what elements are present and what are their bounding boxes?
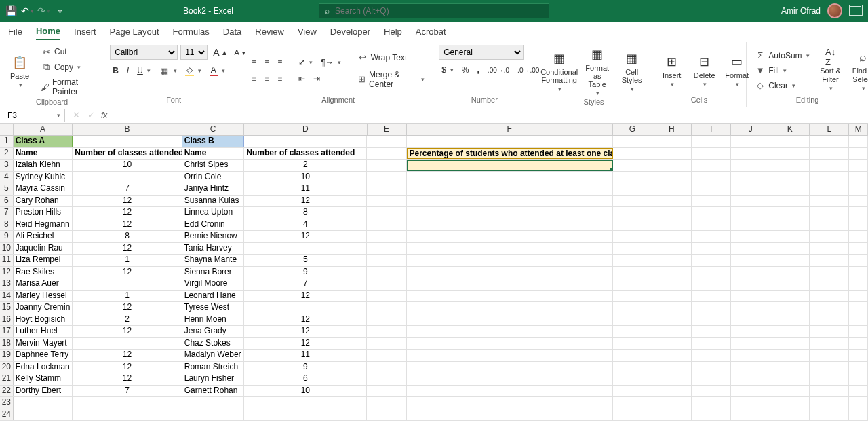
- row-header-10[interactable]: 10: [0, 243, 14, 255]
- cell-L14[interactable]: [810, 291, 849, 302]
- cell-M12[interactable]: [849, 267, 868, 278]
- tab-formulas[interactable]: Formulas: [173, 24, 210, 39]
- cell-C11[interactable]: Shayna Mante: [182, 255, 245, 266]
- row-header-1[interactable]: 1: [0, 136, 14, 147]
- font-name-select[interactable]: Calibri: [110, 45, 178, 60]
- tab-help[interactable]: Help: [384, 24, 402, 39]
- cell-D1[interactable]: [244, 136, 367, 147]
- row-header-12[interactable]: 12: [0, 267, 14, 278]
- cell-H4[interactable]: [652, 172, 692, 183]
- cell-B4[interactable]: [73, 172, 182, 183]
- cell-J13[interactable]: [731, 278, 770, 290]
- cell-C16[interactable]: Henri Moen: [182, 314, 245, 326]
- cell-L21[interactable]: [810, 373, 849, 385]
- cell-I10[interactable]: [692, 243, 731, 255]
- cell-E9[interactable]: [367, 231, 406, 242]
- col-header-A[interactable]: A: [14, 124, 73, 135]
- col-header-B[interactable]: B: [73, 124, 182, 135]
- row-header-13[interactable]: 13: [0, 278, 14, 290]
- cell-H16[interactable]: [652, 314, 692, 326]
- cell-A6[interactable]: Cary Rohan: [14, 196, 73, 207]
- cell-J24[interactable]: [731, 409, 770, 421]
- cell-M15[interactable]: [849, 302, 868, 314]
- cell-B18[interactable]: [73, 338, 182, 350]
- cell-A4[interactable]: Sydney Kuhic: [14, 172, 73, 183]
- cell-C14[interactable]: Leonard Hane: [182, 291, 245, 302]
- cell-B7[interactable]: 12: [73, 207, 182, 219]
- row-header-21[interactable]: 21: [0, 373, 14, 385]
- autosum-button[interactable]: ΣAutoSum▾: [752, 49, 812, 62]
- cell-H13[interactable]: [652, 278, 692, 290]
- row-header-20[interactable]: 20: [0, 362, 14, 373]
- cell-J4[interactable]: [731, 172, 770, 183]
- cell-J5[interactable]: [731, 183, 770, 195]
- cell-J23[interactable]: [731, 397, 770, 409]
- cell-G18[interactable]: [613, 338, 652, 350]
- cell-H17[interactable]: [652, 326, 692, 337]
- save-icon[interactable]: 💾: [5, 5, 16, 16]
- row-header-15[interactable]: 15: [0, 302, 14, 314]
- user-avatar-icon[interactable]: [827, 3, 842, 18]
- cell-E12[interactable]: [367, 267, 406, 278]
- cell-M9[interactable]: [849, 231, 868, 242]
- cell-E20[interactable]: [367, 362, 406, 373]
- cell-M4[interactable]: [849, 172, 868, 183]
- cell-C20[interactable]: Roman Streich: [182, 362, 245, 373]
- cell-F20[interactable]: [407, 362, 613, 373]
- cell-C7[interactable]: Linnea Upton: [182, 207, 245, 219]
- cell-G4[interactable]: [613, 172, 652, 183]
- cell-K13[interactable]: [770, 278, 810, 290]
- tab-home[interactable]: Home: [36, 23, 60, 40]
- cell-A11[interactable]: Liza Rempel: [14, 255, 73, 266]
- tab-acrobat[interactable]: Acrobat: [416, 24, 446, 39]
- cell-H14[interactable]: [652, 291, 692, 302]
- cell-K18[interactable]: [770, 338, 810, 350]
- cell-G19[interactable]: [613, 350, 652, 361]
- cell-D14[interactable]: 12: [244, 291, 367, 302]
- cell-B22[interactable]: 7: [73, 386, 182, 397]
- cell-K11[interactable]: [770, 255, 810, 266]
- cell-L22[interactable]: [810, 386, 849, 397]
- cell-L20[interactable]: [810, 362, 849, 373]
- border-button[interactable]: ▦▾: [156, 64, 180, 77]
- cell-F16[interactable]: [407, 314, 613, 326]
- cell-D5[interactable]: 11: [244, 183, 367, 195]
- cell-E8[interactable]: [367, 219, 406, 231]
- cut-button[interactable]: ✂Cut: [38, 45, 98, 58]
- cell-J16[interactable]: [731, 314, 770, 326]
- col-header-J[interactable]: J: [731, 124, 770, 135]
- cell-I16[interactable]: [692, 314, 731, 326]
- cell-G24[interactable]: [613, 409, 652, 421]
- cell-styles-button[interactable]: ▦CellStyles▾: [618, 49, 646, 94]
- font-size-select[interactable]: 11: [180, 45, 208, 60]
- cell-D13[interactable]: 7: [244, 278, 367, 290]
- search-input[interactable]: [335, 6, 543, 16]
- cell-K8[interactable]: [770, 219, 810, 231]
- name-box[interactable]: F3▾: [3, 109, 65, 122]
- row-header-3[interactable]: 3: [0, 160, 14, 171]
- cell-G22[interactable]: [613, 386, 652, 397]
- cell-C6[interactable]: Susanna Kulas: [182, 196, 245, 207]
- italic-button[interactable]: I: [124, 64, 132, 77]
- cell-H7[interactable]: [652, 207, 692, 219]
- cell-D24[interactable]: [244, 409, 367, 421]
- tab-developer[interactable]: Developer: [330, 24, 370, 39]
- cell-M19[interactable]: [849, 350, 868, 361]
- cell-F19[interactable]: [407, 350, 613, 361]
- cell-C1[interactable]: Class B: [182, 136, 245, 147]
- cell-M21[interactable]: [849, 373, 868, 385]
- cell-G2[interactable]: [613, 148, 652, 160]
- cell-A2[interactable]: Name: [14, 148, 73, 160]
- cell-B20[interactable]: 12: [73, 362, 182, 373]
- cell-I5[interactable]: [692, 183, 731, 195]
- cell-J8[interactable]: [731, 219, 770, 231]
- align-left-button[interactable]: ≡: [249, 73, 259, 85]
- cell-E1[interactable]: [367, 136, 406, 147]
- cell-E19[interactable]: [367, 350, 406, 361]
- col-header-L[interactable]: L: [810, 124, 849, 135]
- row-header-24[interactable]: 24: [0, 409, 14, 421]
- cell-E24[interactable]: [367, 409, 406, 421]
- cell-A10[interactable]: Jaquelin Rau: [14, 243, 73, 255]
- col-header-H[interactable]: H: [652, 124, 692, 135]
- tab-insert[interactable]: Insert: [74, 24, 96, 39]
